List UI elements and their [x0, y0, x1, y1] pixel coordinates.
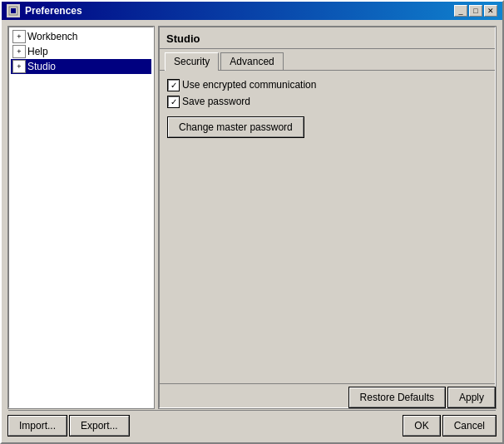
title-bar-left: Preferences	[7, 4, 82, 17]
sidebar-item-workbench[interactable]: + Workbench	[11, 29, 151, 44]
footer-right: OK Cancel	[403, 416, 496, 436]
tabs-container: Security Advanced	[160, 49, 495, 71]
import-button[interactable]: Import...	[8, 416, 67, 436]
preferences-window: Preferences _ □ ✕ + Workbench + Help +	[0, 0, 504, 444]
bottom-bar: Restore Defaults Apply	[160, 383, 495, 407]
content-panel: Studio Security Advanced ✓ Use encrypted…	[159, 27, 496, 408]
workbench-expander[interactable]: +	[12, 30, 26, 43]
export-button[interactable]: Export...	[70, 416, 129, 436]
title-buttons: _ □ ✕	[454, 5, 497, 17]
minimize-button[interactable]: _	[454, 5, 467, 17]
save-password-checkbox[interactable]: ✓	[168, 96, 179, 107]
title-bar: Preferences _ □ ✕	[2, 2, 502, 20]
studio-label: Studio	[27, 61, 56, 72]
tab-content-security: ✓ Use encrypted communication ✓ Save pas…	[160, 71, 495, 382]
svg-rect-1	[11, 8, 16, 13]
close-button[interactable]: ✕	[484, 5, 497, 17]
cancel-button[interactable]: Cancel	[443, 416, 496, 436]
encrypted-communication-label: Use encrypted communication	[182, 79, 316, 91]
footer-bar: Import... Export... OK Cancel	[8, 410, 496, 436]
content-header: Studio	[160, 27, 495, 49]
workbench-label: Workbench	[27, 31, 77, 42]
save-password-label: Save password	[182, 96, 250, 107]
apply-button[interactable]: Apply	[448, 387, 495, 407]
tab-security[interactable]: Security	[165, 52, 219, 71]
sidebar: + Workbench + Help + Studio	[8, 27, 154, 408]
help-label: Help	[27, 46, 48, 57]
encrypted-communication-row: ✓ Use encrypted communication	[168, 79, 487, 91]
sidebar-item-studio[interactable]: + Studio	[11, 59, 151, 74]
main-content: + Workbench + Help + Studio Studio	[8, 27, 496, 408]
window-body: + Workbench + Help + Studio Studio	[2, 20, 502, 442]
sidebar-item-help[interactable]: + Help	[11, 44, 151, 59]
footer-left: Import... Export...	[8, 416, 129, 436]
ok-button[interactable]: OK	[403, 416, 439, 436]
window-icon	[7, 4, 20, 17]
tab-advanced[interactable]: Advanced	[220, 52, 283, 70]
restore-defaults-button[interactable]: Restore Defaults	[349, 387, 445, 407]
window-title: Preferences	[25, 5, 82, 17]
save-password-row: ✓ Save password	[168, 96, 487, 107]
help-expander[interactable]: +	[12, 45, 26, 58]
change-master-password-button[interactable]: Change master password	[168, 117, 304, 137]
maximize-button[interactable]: □	[469, 5, 482, 17]
studio-expander[interactable]: +	[12, 60, 26, 73]
encrypted-communication-checkbox[interactable]: ✓	[168, 80, 179, 91]
